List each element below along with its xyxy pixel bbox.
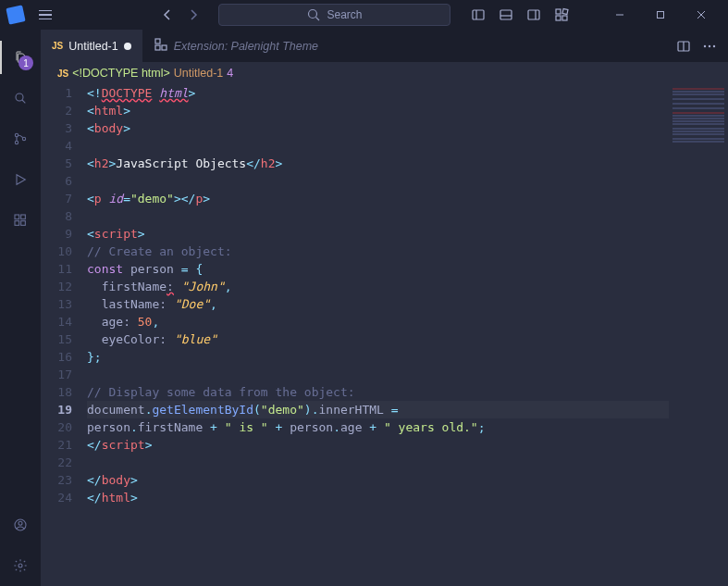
nav-forward-button[interactable]: [183, 5, 204, 25]
vscode-logo: [6, 5, 25, 24]
activity-extensions[interactable]: [0, 200, 41, 241]
extension-icon: [154, 37, 168, 55]
activity-source-control[interactable]: [0, 118, 41, 159]
breadcrumb-untitled: Untitled-1: [174, 67, 224, 80]
activity-explorer[interactable]: 1: [0, 37, 41, 78]
svg-point-15: [16, 94, 23, 101]
svg-point-24: [19, 521, 22, 525]
svg-rect-1: [473, 10, 484, 19]
split-editor-button[interactable]: [672, 35, 695, 57]
svg-point-31: [704, 44, 706, 46]
window-close-button[interactable]: [682, 2, 721, 28]
activity-search[interactable]: [0, 78, 41, 118]
line-number-gutter: 123456789101112131415161718192021222324: [41, 84, 87, 586]
svg-rect-7: [556, 9, 561, 14]
minimap[interactable]: [669, 84, 728, 586]
layout-sidebar-left-icon[interactable]: [465, 2, 491, 28]
svg-rect-26: [155, 39, 160, 44]
layout-sidebar-right-icon[interactable]: [521, 2, 547, 28]
code-editor[interactable]: 123456789101112131415161718192021222324 …: [41, 84, 728, 586]
svg-rect-21: [21, 221, 26, 226]
debug-icon: [13, 172, 28, 187]
svg-rect-20: [15, 221, 19, 226]
svg-point-17: [15, 141, 18, 143]
window-maximize-button[interactable]: [641, 2, 680, 28]
layout-panel-icon[interactable]: [493, 2, 519, 28]
code-content[interactable]: <!DOCTYPE html><html><body> <h2>JavaScri…: [87, 84, 669, 586]
explorer-badge: 1: [19, 56, 33, 70]
dirty-indicator: [124, 43, 131, 50]
svg-rect-8: [556, 16, 561, 20]
svg-point-0: [309, 10, 317, 19]
svg-rect-27: [155, 45, 160, 50]
activity-settings[interactable]: [0, 545, 41, 586]
editor-tab[interactable]: Extension: Palenight Theme: [142, 30, 329, 62]
tab-label: Extension: Palenight Theme: [174, 40, 318, 53]
js-icon: JS: [57, 69, 68, 79]
command-center-search[interactable]: Search: [218, 4, 450, 26]
svg-point-32: [709, 44, 710, 46]
breadcrumb-problems: 4: [227, 67, 233, 80]
activity-run-debug[interactable]: [0, 159, 41, 200]
more-actions-button[interactable]: [698, 35, 721, 57]
nav-back-button[interactable]: [157, 5, 178, 25]
hamburger-menu[interactable]: [35, 6, 56, 24]
activity-accounts[interactable]: [0, 505, 41, 545]
account-icon: [13, 517, 28, 532]
window-minimize-button[interactable]: [600, 2, 639, 28]
svg-rect-22: [21, 215, 26, 219]
svg-rect-10: [562, 9, 568, 15]
search-placeholder: Search: [327, 8, 362, 21]
tab-label: Untitled-1: [68, 40, 118, 53]
svg-point-25: [19, 564, 22, 567]
tab-bar: JSUntitled-1Extension: Palenight Theme: [41, 30, 728, 62]
activity-bar: 1: [0, 30, 41, 586]
editor-group: JSUntitled-1Extension: Palenight Theme J…: [41, 30, 728, 586]
svg-rect-3: [500, 10, 512, 19]
breadcrumb-filename: <!DOCTYPE html>: [72, 67, 170, 80]
svg-rect-12: [658, 12, 664, 19]
svg-rect-5: [528, 10, 539, 19]
title-bar: Search: [0, 0, 728, 30]
svg-rect-9: [562, 16, 567, 20]
gear-icon: [13, 558, 28, 573]
js-icon: JS: [52, 41, 63, 51]
extensions-icon: [13, 213, 28, 228]
layout-customize-icon[interactable]: [549, 2, 574, 28]
svg-point-33: [713, 44, 715, 46]
search-icon: [13, 91, 28, 106]
editor-tab[interactable]: JSUntitled-1: [41, 30, 142, 62]
source-control-icon: [13, 131, 28, 146]
breadcrumb[interactable]: JS <!DOCTYPE html> Untitled-1 4: [41, 62, 728, 84]
search-icon: [306, 7, 321, 22]
svg-point-18: [22, 137, 25, 140]
svg-point-16: [15, 133, 18, 136]
svg-rect-19: [15, 215, 19, 219]
svg-rect-28: [162, 45, 167, 50]
